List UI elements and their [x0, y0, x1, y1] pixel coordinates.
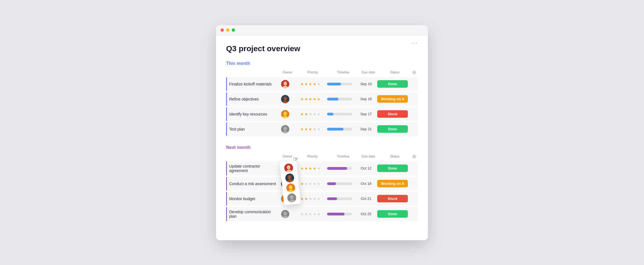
next-month-label: Next month: [226, 145, 418, 150]
this-month-rows: Finalize kickoff materials ★★★★★ Sep 10 …: [226, 77, 418, 136]
cursor-icon: ☞: [293, 156, 299, 163]
panel-avatar: [285, 173, 295, 183]
next-month-section: Next month Owner Priority Timeline Due d…: [226, 145, 418, 221]
task-name: Test plan: [229, 127, 277, 131]
table-row: Update contractor agreement ★★★★★ Oct 12…: [226, 161, 418, 176]
this-month-table: Owner Priority Timeline Due date Status …: [226, 69, 418, 136]
star-icon: ★: [300, 97, 304, 101]
task-name: Finalize kickoff materials: [229, 82, 277, 86]
table-row: Test plan ★★★★★ Sep 21 Done: [226, 122, 418, 136]
star-icon: ★: [300, 82, 304, 86]
timeline-bar: [327, 113, 352, 116]
star-icon: ★: [313, 112, 316, 116]
table-row: Monitor budget ★★★★★ Oct 21 Stuck: [226, 192, 418, 206]
star-icon: ★: [309, 181, 312, 186]
col-status-label2: Status: [379, 154, 410, 158]
page-title: Q3 project overview: [226, 44, 418, 53]
timeline-fill: [327, 182, 336, 185]
panel-avatar: [284, 163, 294, 173]
task-name: Update contractor agreement: [229, 164, 277, 173]
col-owner-label: Owner: [279, 70, 296, 74]
star-icon: ★: [317, 197, 321, 201]
star-icon: ★: [300, 197, 304, 201]
status-badge[interactable]: Working on it: [377, 95, 408, 103]
page-content: Q3 project overview ··· This month Owner…: [216, 35, 428, 240]
star-icon: ★: [313, 212, 316, 216]
timeline-bar: [327, 167, 352, 170]
this-month-section: This month Owner Priority Timeline Due d…: [226, 61, 418, 136]
status-badge[interactable]: Done: [377, 80, 408, 88]
status-badge[interactable]: Done: [377, 165, 408, 172]
due-date: Sep 16: [355, 97, 377, 101]
timeline-bar-container: [327, 98, 355, 100]
panel-avatar: [286, 183, 296, 193]
priority-stars: ★★★★★: [294, 127, 327, 131]
svg-point-22: [284, 212, 287, 215]
table-row: Conduct a risk assessment ★★★★★ Oct 18 W…: [226, 177, 418, 191]
star-icon: ★: [317, 212, 321, 216]
priority-stars: ★★★★★: [294, 82, 327, 86]
star-icon: ★: [300, 112, 304, 116]
col-duedate-label2: Due date: [357, 154, 379, 158]
star-icon: ★: [313, 97, 316, 101]
star-icon: ★: [304, 212, 308, 216]
star-icon: ★: [309, 127, 312, 131]
timeline-fill: [327, 83, 341, 85]
star-icon: ★: [304, 112, 308, 116]
timeline-bar-container: [327, 213, 355, 215]
col-timeline-label2: Timeline: [329, 154, 357, 158]
next-month-header: Owner Priority Timeline Due date Status …: [226, 153, 418, 161]
star-icon: ★: [304, 197, 308, 201]
star-icon: ★: [304, 166, 308, 171]
svg-point-7: [284, 112, 287, 116]
maximize-dot[interactable]: [232, 28, 235, 32]
star-icon: ★: [317, 97, 321, 101]
due-date: Sep 17: [355, 112, 377, 116]
timeline-bar-container: [327, 197, 355, 200]
timeline-bar: [327, 128, 352, 131]
close-dot[interactable]: [221, 28, 224, 32]
star-icon: ★: [317, 127, 321, 131]
star-icon: ★: [304, 97, 308, 101]
star-icon: ★: [300, 181, 304, 186]
timeline-bar-container: [327, 113, 355, 116]
timeline-fill: [327, 167, 347, 170]
col-status-label: Status: [379, 70, 410, 74]
status-badge[interactable]: Stuck: [377, 110, 408, 118]
more-options-button[interactable]: ···: [411, 40, 418, 46]
col-priority-label: Priority: [296, 70, 329, 74]
timeline-bar-container: [327, 128, 355, 131]
star-icon: ★: [309, 197, 312, 201]
star-icon: ★: [304, 82, 308, 86]
minimize-dot[interactable]: [226, 28, 229, 32]
priority-stars: ★★★★★: [294, 112, 327, 116]
add-column-button-thismonth[interactable]: ⊕: [410, 69, 418, 75]
star-icon: ★: [317, 181, 321, 186]
timeline-bar: [327, 98, 352, 100]
star-icon: ★: [313, 127, 316, 131]
status-badge[interactable]: Stuck: [377, 195, 408, 202]
status-badge[interactable]: Working on it: [377, 180, 408, 187]
col-priority-label2: Priority: [296, 154, 329, 158]
star-icon: ★: [300, 166, 304, 171]
due-date: Oct 25: [355, 212, 377, 216]
priority-stars: ★★★★★: [294, 97, 327, 101]
timeline-fill: [327, 128, 343, 131]
star-icon: ★: [313, 181, 316, 186]
task-name: Conduct a risk assessment: [229, 181, 277, 186]
timeline-bar: [327, 182, 352, 185]
table-row: Develop communication plan ★★★★★ Oct 25 …: [226, 207, 418, 221]
svg-point-1: [284, 82, 287, 85]
app-window: Q3 project overview ··· This month Owner…: [216, 25, 428, 240]
this-month-label: This month: [226, 61, 418, 66]
star-icon: ★: [317, 166, 321, 171]
next-month-table: Owner Priority Timeline Due date Status …: [226, 153, 418, 221]
status-badge[interactable]: Done: [377, 125, 408, 133]
add-column-button-nextmonth[interactable]: ⊕: [410, 153, 418, 160]
star-icon: ★: [309, 166, 312, 171]
priority-stars: ★★★★★: [294, 166, 327, 171]
status-badge[interactable]: Done: [377, 210, 408, 218]
star-icon: ★: [309, 212, 312, 216]
task-name: Monitor budget: [229, 197, 277, 201]
star-icon: ★: [309, 97, 312, 101]
